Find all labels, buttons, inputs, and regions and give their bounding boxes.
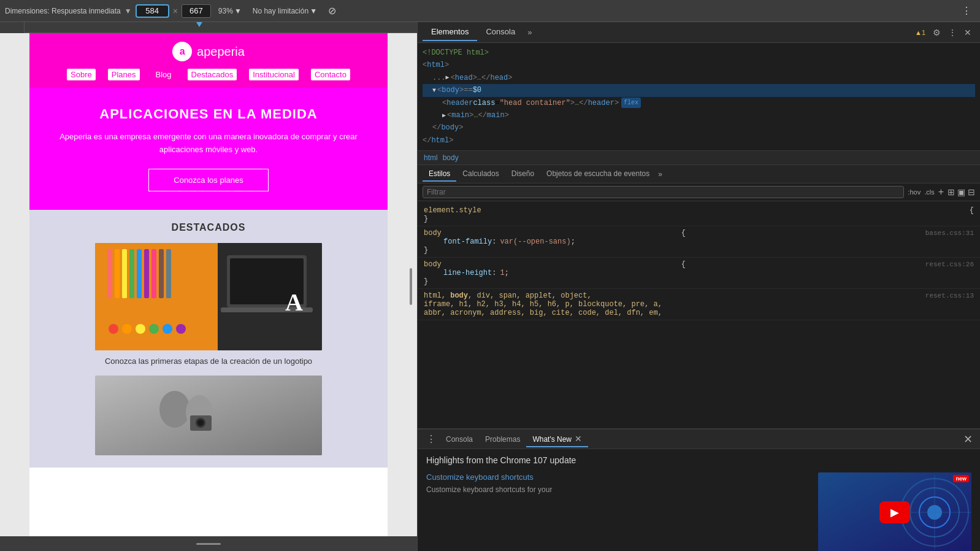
style-source-bases[interactable]: bases.css:31 [925,229,974,237]
devtools-panel: Elementos Consola » ▲1 ⚙ ⋮ ✕ <!DOCTYPE h… [417,22,980,551]
site-logo: a apeperia [42,42,375,61]
styles-tab-estilos[interactable]: Estilos [423,167,456,182]
svg-text:A: A [285,288,303,316]
svg-point-22 [159,391,190,428]
site-header: a apeperia Sobre Planes Blog Destacados … [29,33,388,88]
settings-icon[interactable]: ⚙ [929,26,944,39]
featured-image-1: A [95,243,322,350]
zoom-button[interactable]: 93% ▼ [215,6,245,17]
dimension-dropdown-arrow[interactable]: ▼ [124,7,132,15]
nav-planes[interactable]: Planes [108,69,140,80]
drawer-content: Highlights from the Chrome 107 update Cu… [418,449,980,551]
style-rule-element: element.style { } [418,204,980,226]
times-separator: × [173,6,178,16]
tree-line-doctype: <!DOCTYPE html> [423,47,975,59]
preview-bottom-line [196,543,221,545]
svg-rect-2 [107,249,112,298]
tree-line-html[interactable]: <html> [423,59,975,71]
svg-point-26 [197,420,204,426]
hero-title: APLICACIONES EN LA MEDIDA [42,106,375,122]
hero-cta-button[interactable]: Conozca los planes [148,169,268,191]
filter-cls-btn[interactable]: .cls [924,188,935,196]
site-hero: APLICACIONES EN LA MEDIDA Apeperia es un… [29,88,388,210]
filter-hov-btn[interactable]: :hov [908,188,921,196]
hero-text: Apeperia es una empresa emergente con un… [42,131,375,156]
site-featured: DESTACADOS [29,210,388,468]
dimension-label: Dimensiones: Respuesta inmediata [5,7,121,15]
styles-filter-bar: :hov .cls + ⊞ ▣ ⊟ [418,183,980,201]
svg-rect-9 [159,249,164,298]
bc-body[interactable]: body [443,153,459,162]
nav-sobre[interactable]: Sobre [67,69,96,80]
height-input[interactable] [182,4,211,18]
tab-consola[interactable]: Consola [477,23,524,41]
drawer-tab-consola[interactable]: Consola [440,433,479,446]
tree-line-header[interactable]: <header class="head container" >…</heade… [423,97,975,109]
yt-play-button[interactable]: ▶ [879,501,910,523]
nav-blog[interactable]: Blog [152,69,175,80]
close-devtools-icon[interactable]: ✕ [960,26,975,39]
nav-contacto[interactable]: Contacto [311,69,350,80]
svg-rect-8 [151,249,156,298]
styles-filter-input[interactable] [423,186,904,198]
drawer-title: Highlights from the Chrome 107 update [426,455,971,465]
styles-sub-tabs: Estilos Calculados Diseño Objetos de esc… [418,165,980,183]
tree-line-head[interactable]: ... ▶ <head> … </head> [423,72,975,84]
width-indicator [196,22,202,27]
styles-tab-objetos[interactable]: Objetos de escucha de eventos [540,167,656,182]
tree-line-main[interactable]: ▶ <main> … </main> [423,109,975,121]
preview-bottom-bar [0,536,417,551]
tree-line-close-html: </html> [423,134,975,147]
horizontal-ruler [25,22,417,33]
featured-img-svg: A [95,243,322,350]
drawer-three-dot[interactable]: ⋮ [423,433,440,445]
bc-html[interactable]: html [424,153,438,162]
styles-tab-more[interactable]: » [656,170,665,179]
html-tree: <!DOCTYPE html> <html> ... ▶ <head> … </… [418,43,980,151]
preview-resize-handle[interactable] [410,268,412,305]
toggle-element-state-icon[interactable]: ▣ [957,187,965,197]
drawer-close-button[interactable]: ✕ [961,433,975,446]
new-badge: new [953,475,969,482]
drawer-whatsnew-close[interactable]: ✕ [575,434,582,444]
filter-add-btn[interactable]: + [938,187,944,198]
devtools-more-icon[interactable]: ⋮ [944,26,960,39]
styles-tab-calculados[interactable]: Calculados [456,167,505,182]
tab-elementos[interactable]: Elementos [423,23,477,41]
nav-destacados[interactable]: Destacados [188,69,237,80]
site-preview[interactable]: a apeperia Sobre Planes Blog Destacados … [29,33,388,536]
ruler-corner [0,22,25,33]
style-source-reset13[interactable]: reset.css:13 [925,292,974,299]
svg-rect-7 [144,249,149,298]
svg-point-19 [176,324,186,334]
drawer-feature-thumbnail: ▶ new [818,472,971,551]
drawer-feature-row: Customize keyboard shortcuts Customize k… [426,472,971,551]
drawer-feature-title[interactable]: Customize keyboard shortcuts [426,472,811,482]
style-rule-body-2: body { reset.css:26 line-height : 1 ; } [418,258,980,289]
more-tools-icon[interactable]: ⋮ [958,4,975,18]
styles-tab-diseno[interactable]: Diseño [505,167,540,182]
featured-img2-svg [95,376,322,455]
main-area: a apeperia Sobre Planes Blog Destacados … [0,22,980,551]
ruler-area [0,22,417,33]
svg-point-17 [149,324,159,334]
svg-rect-6 [137,249,142,298]
drawer-feature-desc: Customize keyboard shortcuts for your [426,484,811,495]
featured-title: DESTACADOS [39,222,378,233]
new-style-rule-icon[interactable]: ⊞ [947,187,955,197]
devtools-breadcrumb: html body [418,151,980,165]
drawer-tab-whatsnew[interactable]: What's New ✕ [526,431,588,447]
styles-more-icon[interactable]: ⊟ [968,187,975,197]
nav-institucional[interactable]: Institucional [249,69,299,80]
styles-content[interactable]: element.style { } body { bases.css:31 fo… [418,201,980,428]
warning-badge[interactable]: ▲1 [911,28,929,37]
svg-point-14 [109,324,118,334]
style-source-reset[interactable]: reset.css:26 [925,261,974,268]
width-input[interactable] [136,4,169,18]
tab-more-icon[interactable]: » [524,28,535,37]
no-limit-button[interactable]: No hay limitación ▼ [249,6,321,17]
flex-badge[interactable]: flex [621,98,641,108]
tree-line-body[interactable]: ▼ <body> == $0 [423,84,975,96]
drawer-tab-problemas[interactable]: Problemas [479,433,526,446]
screenshot-icon[interactable]: ⊘ [324,4,340,18]
